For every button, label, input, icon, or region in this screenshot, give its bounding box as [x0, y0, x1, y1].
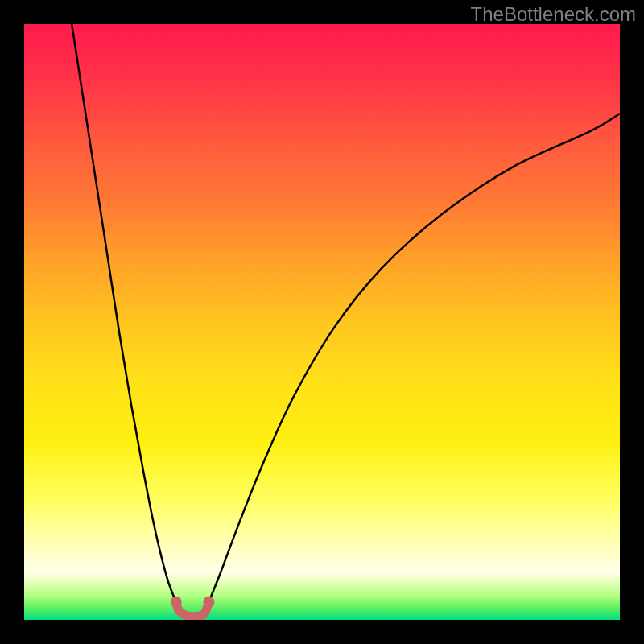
- plot-area: [24, 24, 620, 620]
- right-branch-curve: [208, 114, 620, 602]
- valley-marker-dot-right: [203, 597, 214, 608]
- valley-marker-dot-left: [171, 597, 182, 608]
- chart-frame: { "watermark": "TheBottleneck.com", "col…: [0, 0, 644, 644]
- curve-svg: [24, 24, 620, 620]
- watermark-text: TheBottleneck.com: [471, 3, 636, 26]
- left-branch-curve: [72, 24, 176, 602]
